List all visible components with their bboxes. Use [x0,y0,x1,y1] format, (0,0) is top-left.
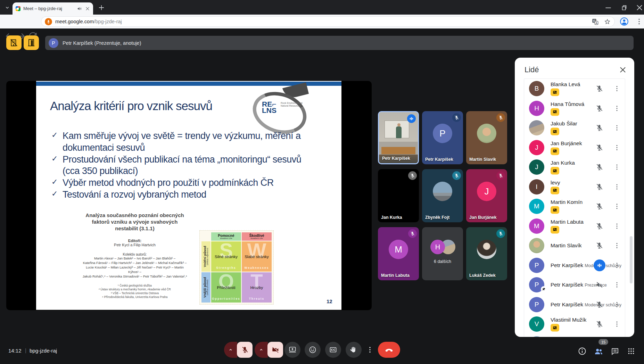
participant-row[interactable]: M Martin Labuta [524,216,625,236]
more-options-button[interactable] [613,183,621,191]
meeting-details-button[interactable] [578,347,587,356]
camera-toggle-button[interactable] [267,342,283,358]
translate-icon[interactable] [592,18,599,25]
mic-off-icon[interactable] [595,300,603,308]
activities-button[interactable] [627,347,636,356]
people-panel: Lidé B Blanka Levá H Hana Tůmová Jakub Š… [515,58,634,337]
participant-row[interactable]: Jakub Šilar [524,118,625,138]
mic-off-icon[interactable] [595,143,603,151]
overflow-tile[interactable]: H 6 dalších [422,227,463,280]
more-options-button[interactable] [613,85,621,92]
participant-row[interactable]: P Petr Karpíšek Moderátor schůzky [524,295,625,315]
profile-avatar-icon[interactable] [620,17,629,26]
video-tile[interactable]: J Jan Burjánek [466,169,507,222]
avatar: H [529,101,544,116]
video-tile[interactable]: P Petr Karpíšek [422,111,463,164]
mic-off-icon[interactable] [595,183,603,191]
more-options-button[interactable] [613,222,621,230]
meet-favicon [15,6,21,11]
more-options-button[interactable] [613,262,621,269]
more-options-button[interactable] [613,320,621,328]
mic-off-icon[interactable] [595,85,603,93]
more-options-button[interactable] [613,124,621,132]
bookmark-star-icon[interactable] [604,18,611,25]
avatar: P [529,258,544,273]
more-options-button[interactable] [613,281,621,289]
mic-off-icon[interactable] [595,163,603,171]
slide-bullet: ✓Výběr metod vhodných pro použití v podm… [51,177,320,189]
overflow-count-label: 6 dalších [422,259,463,264]
more-options-button[interactable] [613,163,621,171]
tab-audio-icon[interactable] [77,6,82,11]
tab-close-icon[interactable] [85,6,90,11]
audio-off-icon[interactable] [595,281,603,289]
avatar-photo [433,182,452,201]
browser-tab[interactable]: Meet – bpg-jzde-raj [13,2,93,15]
leave-room-button[interactable] [24,35,39,50]
panel-scrollbar[interactable] [630,236,633,283]
participant-row[interactable]: J Jan Kurka [524,157,625,177]
participant-row[interactable]: J Jan Burjánek [524,138,625,158]
mic-off-icon [496,113,505,122]
avatar: P [433,124,452,143]
presentation-stage[interactable]: Analýza kritérií pro vznik sesuvů RE⌐LNS… [6,81,372,310]
participant-row[interactable]: P Petr Karpíšek Prezentace [524,275,625,295]
tab-search-chevron-icon[interactable] [3,4,11,11]
leave-call-button[interactable] [378,342,400,358]
browser-menu-icon[interactable] [635,17,643,26]
more-options-button[interactable] [613,301,621,308]
video-tile[interactable]: Zbyněk Fojt [422,169,463,222]
more-options-button[interactable] [613,105,621,112]
mic-permission-icon[interactable] [45,18,52,25]
camera-options-chevron[interactable] [255,342,268,358]
people-button[interactable] [594,347,603,356]
mic-off-icon[interactable] [595,242,603,250]
participant-row[interactable]: I levy [524,177,625,197]
more-controls-button[interactable] [362,342,378,358]
mic-toggle-button[interactable] [237,342,253,358]
mic-options-chevron[interactable] [224,342,237,358]
participant-row[interactable]: B Blanka Levá [524,79,625,99]
participant-row[interactable]: Martin Slavík [524,236,625,256]
present-screen-button[interactable] [284,342,300,358]
annotation-badge-icon [551,128,559,135]
raise-hand-button[interactable] [346,342,362,358]
address-bar[interactable]: meet.google.com/bpg-jzde-raj [41,16,615,27]
mic-off-icon[interactable] [595,202,603,210]
captions-button[interactable] [325,342,341,358]
annotation-badge-icon [551,167,559,175]
video-tile[interactable]: Jan Kurka [378,169,419,222]
swot-col-header-harmful: Škodlivédosažení cíle [242,232,272,241]
window-close-button[interactable] [635,3,644,12]
mic-off-icon[interactable] [595,104,603,112]
new-tab-button[interactable] [97,3,106,12]
participant-row[interactable]: V Vlastimil Mužík [524,314,625,334]
swot-cell-strengths: SSilné stránkyStrengths [211,241,241,272]
mic-off-icon[interactable] [595,124,603,132]
video-tile[interactable]: Martin Slavík [466,111,507,164]
annotation-badge-icon [551,147,559,155]
meet-bottom-bar [0,337,644,364]
people-panel-title: Lidé [525,65,539,74]
video-tile[interactable]: Petr Karpíšek [378,111,419,164]
chat-button[interactable] [611,347,620,356]
window-minimize-button[interactable] [604,3,613,12]
video-tile[interactable]: M Martin Labuta [378,227,419,280]
participant-row[interactable]: P Petr Karpíšek Moderátor schůzky [524,256,625,275]
mic-off-icon[interactable] [595,222,603,230]
meeting-code-text: bpg-jzde-raj [30,348,57,354]
more-options-button[interactable] [613,202,621,210]
annotation-toggle-button[interactable] [6,35,22,50]
reactions-button[interactable] [305,342,321,358]
more-options-button[interactable] [613,144,621,151]
mic-off-icon[interactable] [595,320,603,328]
participant-row[interactable]: H Hana Tůmová [524,99,625,118]
window-restore-button[interactable] [620,3,629,12]
more-options-button[interactable] [613,242,621,249]
participant-row[interactable]: M Martin Komín [524,197,625,216]
close-panel-button[interactable] [618,65,627,74]
avatar: J [529,159,544,175]
mic-off-icon [496,171,505,180]
video-tile[interactable]: Lukáš Zedek [466,227,507,280]
participant-row[interactable]: Zbyněk Fojt [524,334,625,337]
